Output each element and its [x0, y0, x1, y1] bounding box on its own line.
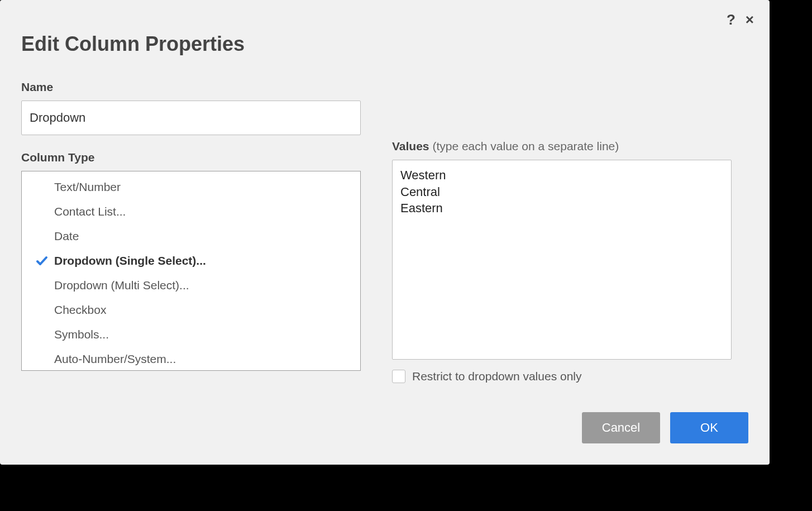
- column-type-option-label: Symbols...: [54, 328, 109, 341]
- column-type-option[interactable]: Dropdown (Single Select)...: [22, 249, 360, 273]
- checkmark-icon: [30, 254, 54, 268]
- column-type-option-label: Text/Number: [54, 180, 121, 194]
- restrict-row: Restrict to dropdown values only: [392, 370, 732, 383]
- ok-button[interactable]: OK: [670, 412, 748, 443]
- column-type-option-label: Checkbox: [54, 303, 106, 317]
- values-hint: (type each value on a separate line): [429, 140, 619, 152]
- column-type-option-label: Auto-Number/System...: [54, 352, 176, 366]
- dialog-buttons: Cancel OK: [582, 412, 748, 443]
- values-label-text: Values: [392, 140, 429, 152]
- column-type-option[interactable]: Auto-Number/System...: [22, 347, 360, 371]
- column-type-option[interactable]: Contact List...: [22, 199, 360, 224]
- column-type-label: Column Type: [21, 151, 361, 164]
- column-type-option[interactable]: Text/Number: [22, 175, 360, 199]
- column-type-option[interactable]: Symbols...: [22, 322, 360, 347]
- values-textarea[interactable]: Western Central Eastern: [392, 160, 732, 360]
- column-type-option-label: Dropdown (Multi Select)...: [54, 279, 189, 292]
- column-type-option[interactable]: Checkbox: [22, 298, 360, 322]
- restrict-checkbox[interactable]: [392, 370, 405, 383]
- help-icon[interactable]: ?: [727, 12, 735, 27]
- cancel-button[interactable]: Cancel: [582, 412, 660, 443]
- name-input[interactable]: [21, 101, 361, 135]
- name-label: Name: [21, 80, 361, 94]
- edit-column-properties-dialog: ? × Edit Column Properties Name Column T…: [0, 0, 770, 465]
- close-icon[interactable]: ×: [746, 12, 754, 27]
- form-body: Name Column Type Text/NumberContact List…: [21, 80, 748, 383]
- column-type-option-label: Contact List...: [54, 205, 126, 218]
- column-type-option[interactable]: Date: [22, 224, 360, 249]
- column-type-list[interactable]: Text/NumberContact List...DateDropdown (…: [21, 171, 361, 371]
- column-type-option-label: Dropdown (Single Select)...: [54, 254, 206, 268]
- values-label: Values (type each value on a separate li…: [392, 140, 732, 153]
- column-type-option-label: Date: [54, 230, 79, 243]
- right-column: Values (type each value on a separate li…: [392, 140, 732, 383]
- restrict-label: Restrict to dropdown values only: [412, 370, 582, 383]
- dialog-title: Edit Column Properties: [21, 32, 748, 56]
- column-type-option[interactable]: Dropdown (Multi Select)...: [22, 273, 360, 298]
- left-column: Name Column Type Text/NumberContact List…: [21, 80, 361, 371]
- dialog-controls: ? ×: [727, 12, 754, 27]
